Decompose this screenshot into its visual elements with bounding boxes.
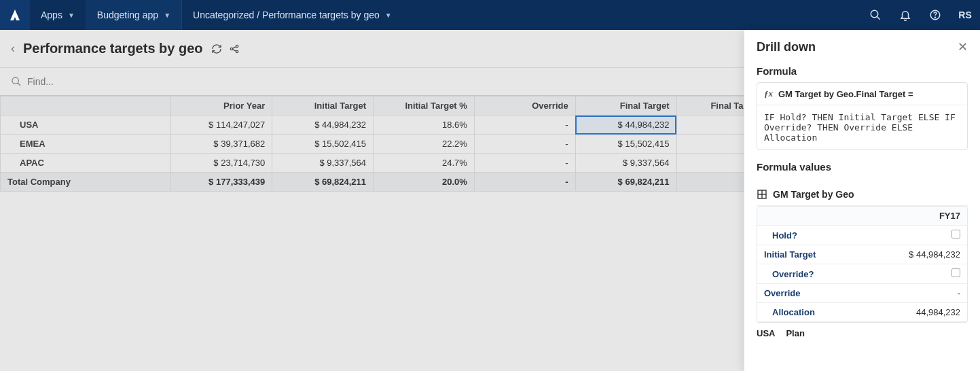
- column-header[interactable]: Initial Target %: [374, 96, 475, 116]
- cell[interactable]: -: [474, 173, 575, 192]
- cell[interactable]: $ 69,824,211: [575, 173, 676, 192]
- fv-row: Override-: [757, 284, 967, 303]
- fv-period-header: FY17: [873, 207, 967, 226]
- fv-row: Hold?: [757, 226, 967, 245]
- svg-point-3: [934, 17, 935, 18]
- refresh-icon[interactable]: [211, 43, 222, 54]
- chevron-down-icon: ▼: [164, 12, 170, 19]
- column-header[interactable]: Final Target: [575, 96, 676, 116]
- user-avatar[interactable]: RS: [950, 0, 980, 30]
- search-icon: [11, 76, 22, 87]
- share-icon[interactable]: [229, 43, 240, 54]
- cell[interactable]: $ 69,824,211: [272, 173, 374, 192]
- nav-breadcrumb[interactable]: Uncategorized / Performance targets by g…: [182, 0, 403, 30]
- back-button[interactable]: ‹: [11, 41, 15, 56]
- nav-apps[interactable]: Apps ▼: [30, 0, 86, 30]
- context-tag: USA: [757, 328, 775, 338]
- fv-label: Initial Target: [757, 245, 873, 264]
- module-reference[interactable]: GM Target by Geo: [757, 182, 968, 206]
- cell[interactable]: $ 15,502,415: [575, 135, 676, 154]
- nav-apps-label: Apps: [41, 10, 62, 20]
- module-name: GM Target by Geo: [773, 189, 854, 200]
- cell[interactable]: $ 23,714,730: [171, 154, 272, 173]
- fv-label: Hold?: [757, 226, 873, 245]
- nav-app-name: Budgeting app: [97, 10, 158, 20]
- fv-value: [873, 264, 967, 284]
- chevron-down-icon: ▼: [68, 12, 75, 19]
- cell[interactable]: -: [474, 154, 575, 173]
- fv-value: [873, 226, 967, 245]
- cell[interactable]: $ 44,984,232: [272, 116, 374, 135]
- cell[interactable]: $ 114,247,027: [171, 116, 272, 135]
- formula-box: ƒx GM Target by Geo.Final Target = IF Ho…: [757, 82, 968, 150]
- breadcrumb-text: Uncategorized / Performance targets by g…: [193, 10, 380, 20]
- svg-line-8: [232, 49, 236, 51]
- cell[interactable]: 22.2%: [374, 135, 475, 154]
- notifications-button[interactable]: [890, 0, 920, 30]
- fv-value: 44,984,232: [873, 303, 967, 322]
- page-title: Performance targets by geo: [23, 41, 203, 56]
- formula-values-section-title: Formula values: [744, 150, 980, 178]
- cell[interactable]: 24.7%: [374, 154, 475, 173]
- cell[interactable]: $ 177,333,439: [171, 173, 272, 192]
- cell[interactable]: -: [474, 116, 575, 135]
- grid-corner: [1, 96, 171, 116]
- fv-row: Allocation44,984,232: [757, 303, 967, 322]
- column-header[interactable]: Override: [474, 96, 575, 116]
- cell[interactable]: -: [474, 135, 575, 154]
- svg-point-14: [12, 77, 18, 84]
- row-header[interactable]: APAC: [1, 154, 171, 173]
- column-header[interactable]: Prior Year: [171, 96, 272, 116]
- formula-body: IF Hold? THEN Initial Target ELSE IF Ove…: [757, 105, 967, 149]
- formula-section-title: Formula: [744, 60, 980, 82]
- svg-line-7: [232, 46, 236, 48]
- cell[interactable]: 18.6%: [374, 116, 475, 135]
- fv-label: Allocation: [757, 303, 873, 322]
- help-button[interactable]: [920, 0, 950, 30]
- row-header[interactable]: Total Company: [1, 173, 171, 192]
- fv-row: Initial Target$ 44,984,232: [757, 245, 967, 264]
- fv-label: Override?: [757, 264, 873, 284]
- column-header[interactable]: Initial Target: [272, 96, 374, 116]
- row-header[interactable]: EMEA: [1, 135, 171, 154]
- formula-values-table: FY17 Hold?Initial Target$ 44,984,232Over…: [757, 206, 968, 323]
- formula-name: GM Target by Geo.Final Target =: [778, 89, 913, 99]
- find-input[interactable]: [27, 76, 163, 87]
- fv-row: Override?: [757, 264, 967, 284]
- user-initials: RS: [958, 10, 971, 20]
- app-logo[interactable]: [0, 0, 30, 30]
- fv-label: Override: [757, 284, 873, 303]
- svg-point-0: [871, 10, 878, 18]
- svg-line-1: [877, 16, 880, 20]
- cell[interactable]: 20.0%: [374, 173, 475, 192]
- svg-line-15: [18, 83, 20, 86]
- cell[interactable]: $ 39,371,682: [171, 135, 272, 154]
- checkbox[interactable]: [951, 268, 960, 277]
- chevron-down-icon: ▼: [385, 12, 392, 19]
- global-search-button[interactable]: [860, 0, 890, 30]
- grid-icon: [757, 189, 767, 200]
- close-icon[interactable]: ✕: [958, 39, 968, 54]
- fv-value: $ 44,984,232: [873, 245, 967, 264]
- fv-value: -: [873, 284, 967, 303]
- cell[interactable]: $ 9,337,564: [272, 154, 374, 173]
- drill-down-panel: Drill down ✕ Formula ƒx GM Target by Geo…: [744, 30, 980, 371]
- panel-title: Drill down: [757, 40, 816, 54]
- cell[interactable]: $ 9,337,564: [575, 154, 676, 173]
- fx-icon: ƒx: [764, 88, 773, 99]
- cell[interactable]: $ 44,984,232: [575, 116, 676, 135]
- checkbox[interactable]: [951, 230, 960, 238]
- cell[interactable]: $ 15,502,415: [272, 135, 374, 154]
- nav-app-switcher[interactable]: Budgeting app ▼: [86, 0, 182, 30]
- context-tag: Plan: [786, 328, 804, 338]
- row-header[interactable]: USA: [1, 116, 171, 135]
